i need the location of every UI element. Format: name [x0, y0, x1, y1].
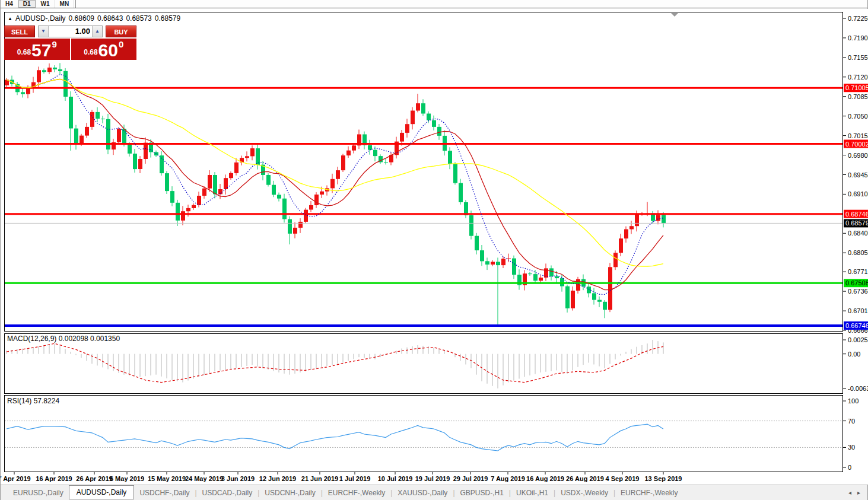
trading-platform-window: H4 D1 W1 MN MACD(12,26,9) 0.002098 0.001… — [0, 0, 868, 500]
svg-text:6 May 2019: 6 May 2019 — [110, 475, 144, 482]
timeframe-d1[interactable]: D1 — [18, 0, 36, 8]
instrument-tab-usdcnh-daily[interactable]: USDCNH-,Daily — [259, 487, 320, 499]
toolbar-separator — [75, 0, 76, 8]
ohlc-open: 0.68609 — [69, 14, 94, 23]
instrument-tab-usdchf-daily[interactable]: USDCHF-,Daily — [134, 487, 195, 499]
level-price-label: 0.71005 — [844, 84, 868, 92]
instrument-tab-bar: EURUSD-,DailyAUDUSD-,DailyUSDCHF-,Daily|… — [1, 485, 867, 500]
svg-text:3 Jun 2019: 3 Jun 2019 — [221, 475, 255, 482]
svg-text:0.71900: 0.71900 — [848, 34, 868, 42]
level-price-label: 0.67508 — [844, 279, 868, 287]
svg-text:7 Apr 2019: 7 Apr 2019 — [1, 475, 31, 482]
svg-text:7 Aug 2019: 7 Aug 2019 — [491, 475, 525, 482]
rsi-label: RSI(14) 57.8224 — [7, 397, 59, 405]
svg-text:0.68746: 0.68746 — [845, 211, 868, 218]
svg-text:1 Jul 2019: 1 Jul 2019 — [339, 475, 371, 482]
svg-text:16 Aug 2019: 16 Aug 2019 — [526, 475, 564, 482]
svg-text:0: 0 — [848, 464, 851, 471]
collapse-triangle-icon[interactable]: ▲ — [8, 16, 12, 21]
sell-price-sup: 9 — [52, 39, 56, 49]
buy-button[interactable]: BUY — [106, 26, 136, 37]
svg-text:0.67710: 0.67710 — [848, 268, 868, 275]
timeframe-mn[interactable]: MN — [55, 0, 75, 8]
level-price-label: 0.68746 — [844, 210, 868, 218]
svg-text:0.002574: 0.002574 — [848, 336, 868, 343]
svg-text:19 Jul 2019: 19 Jul 2019 — [415, 475, 450, 482]
svg-text:12 Jun 2019: 12 Jun 2019 — [259, 475, 296, 482]
svg-text:0.70500: 0.70500 — [848, 113, 868, 120]
instrument-tab-xauusd-daily[interactable]: XAUUSD-,Daily — [392, 487, 453, 499]
svg-text:21 Jun 2019: 21 Jun 2019 — [301, 475, 338, 482]
buy-price-big: 60 — [98, 43, 118, 58]
instrument-tab-gbpusd-h1[interactable]: GBPUSD-,H1 — [455, 487, 509, 499]
svg-text:0.71200: 0.71200 — [848, 74, 868, 81]
instrument-tab-eurchf-weekly[interactable]: EURCHF-,Weekly — [615, 487, 683, 499]
svg-text:29 Jul 2019: 29 Jul 2019 — [453, 475, 488, 482]
sell-price-big: 57 — [31, 43, 51, 58]
instrument-tab-eurusd-daily[interactable]: EURUSD-,Daily — [8, 487, 69, 499]
symbol-info-bar: ▲ AUDUSD-,Daily 0.68609 0.68643 0.68573 … — [8, 14, 180, 23]
buy-price-small: 0.68 — [84, 48, 97, 56]
svg-text:16 Apr 2019: 16 Apr 2019 — [36, 475, 72, 482]
timeframe-toolbar: H4 D1 W1 MN — [1, 0, 867, 8]
tabs-scroll-left-icon[interactable]: ◂ — [848, 489, 851, 496]
svg-text:0.68400: 0.68400 — [848, 230, 868, 237]
svg-text:0.67360: 0.67360 — [848, 288, 868, 295]
instrument-tab-audusd-daily[interactable]: AUDUSD-,Daily — [69, 485, 135, 499]
svg-text:0.72250: 0.72250 — [848, 15, 868, 22]
ohlc-high: 0.68643 — [97, 14, 123, 23]
timeframe-h4[interactable]: H4 — [1, 0, 18, 8]
sell-button[interactable]: SELL — [4, 26, 35, 37]
buy-price-display[interactable]: 0.68 60 0 — [71, 39, 137, 60]
panel-frames — [5, 12, 843, 472]
svg-text:0.71005: 0.71005 — [845, 84, 868, 91]
buy-price-sup: 0 — [119, 39, 123, 49]
level-price-label: 0.66746 — [844, 321, 868, 330]
svg-text:10 Jul 2019: 10 Jul 2019 — [378, 475, 413, 482]
svg-text:0.71550: 0.71550 — [848, 54, 868, 61]
instrument-tab-usdx-weekly[interactable]: USDX-,Weekly — [555, 487, 613, 499]
svg-text:70: 70 — [848, 418, 855, 425]
timeframe-w1[interactable]: W1 — [36, 0, 55, 8]
svg-text:26 Apr 2019: 26 Apr 2019 — [76, 475, 112, 482]
svg-text:0.69450: 0.69450 — [848, 171, 868, 179]
svg-text:13 Sep 2019: 13 Sep 2019 — [645, 475, 682, 482]
volume-decrease-icon[interactable]: ▼ — [39, 26, 49, 37]
symbol-name: AUDUSD-,Daily — [15, 14, 66, 23]
chart-area[interactable]: MACD(12,26,9) 0.002098 0.001350RSI(14) 5… — [1, 9, 868, 485]
svg-text:0.67010: 0.67010 — [848, 307, 868, 314]
svg-text:0.70150: 0.70150 — [848, 132, 868, 139]
instrument-tab-usdcad-daily[interactable]: USDCAD-,Daily — [197, 487, 258, 499]
svg-text:26 Aug 2019: 26 Aug 2019 — [566, 475, 604, 482]
level-price-label: 0.70002 — [844, 140, 868, 148]
svg-text:0.68579: 0.68579 — [845, 219, 868, 227]
volume-input[interactable]: 1.00 — [49, 26, 92, 37]
svg-text:15 May 2019: 15 May 2019 — [148, 475, 186, 482]
ohlc-low: 0.68573 — [126, 14, 151, 23]
ohlc-close: 0.68579 — [155, 14, 180, 23]
volume-increase-icon[interactable]: ▲ — [92, 26, 102, 37]
bid-price-label: 0.68579 — [844, 219, 868, 227]
svg-text:0.67508: 0.67508 — [845, 279, 868, 286]
svg-text:0.00: 0.00 — [848, 351, 860, 358]
svg-text:0.69100: 0.69100 — [848, 190, 868, 198]
svg-text:0.69800: 0.69800 — [848, 152, 868, 159]
svg-text:0.68050: 0.68050 — [848, 249, 868, 256]
svg-text:0.70002: 0.70002 — [845, 141, 868, 148]
svg-text:24 May 2019: 24 May 2019 — [185, 475, 223, 482]
svg-text:4 Sep 2019: 4 Sep 2019 — [606, 475, 640, 482]
sell-price-small: 0.68 — [17, 48, 31, 56]
svg-text:-0.006326: -0.006326 — [848, 385, 868, 392]
one-click-trading-widget: SELL ▼ 1.00 ▲ BUY 0.68 57 9 0.68 60 0 — [4, 26, 136, 60]
svg-text:0.66746: 0.66746 — [845, 322, 868, 329]
instrument-tab-ukoil-h1[interactable]: UKOil-,H1 — [511, 487, 554, 499]
chart-canvas[interactable]: MACD(12,26,9) 0.002098 0.001350RSI(14) 5… — [1, 9, 868, 485]
tabs-scroll-right-icon[interactable]: ▸ — [857, 489, 860, 496]
instrument-tab-eurchf-weekly[interactable]: EURCHF-,Weekly — [323, 487, 390, 499]
svg-text:30: 30 — [848, 444, 855, 451]
sell-price-display[interactable]: 0.68 57 9 — [4, 39, 70, 60]
svg-text:0.70850: 0.70850 — [848, 93, 868, 100]
svg-text:100: 100 — [848, 397, 859, 405]
macd-label: MACD(12,26,9) 0.002098 0.001350 — [7, 335, 120, 343]
